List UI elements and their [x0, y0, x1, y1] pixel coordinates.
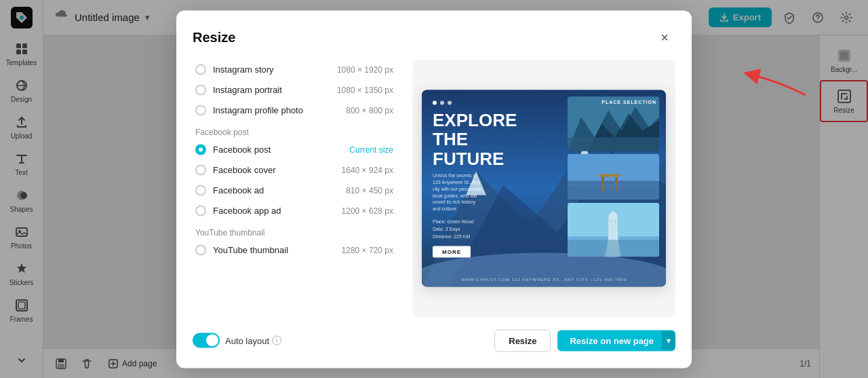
option-size: 1640 × 924 px	[342, 165, 393, 174]
modal-body: Instagram story 1080 × 1920 px Instagram…	[193, 59, 675, 317]
modal-footer: Auto layout i Resize Resize on new page …	[193, 329, 675, 352]
resize-option-facebook-ad[interactable]: Facebook ad 810 × 450 px	[193, 180, 396, 200]
option-name: Facebook ad	[213, 185, 339, 195]
resize-option-facebook-cover[interactable]: Facebook cover 1640 × 924 px	[193, 159, 396, 180]
preview-card: EXPLORE THE FUTURE Unlock the secrets of…	[422, 90, 666, 286]
radio-instagram-profile[interactable]	[195, 105, 206, 115]
resize-option-instagram-story[interactable]: Instagram story 1080 × 1920 px	[193, 59, 396, 79]
option-name: Instagram portrait	[213, 85, 330, 95]
auto-layout-toggle[interactable]	[193, 333, 220, 348]
resize-option-facebook-post[interactable]: Facebook post Current size	[193, 139, 396, 159]
resize-button[interactable]: Resize	[494, 329, 551, 352]
toggle-thumb	[206, 335, 218, 347]
dot-3	[448, 100, 452, 105]
resize-option-youtube-thumbnail[interactable]: YouTube thumbnail 1280 × 720 px	[193, 240, 396, 260]
resize-on-new-page-button[interactable]: Resize on new page ▾	[557, 330, 675, 351]
option-current: Current size	[349, 145, 393, 154]
option-name: Facebook app ad	[213, 206, 335, 216]
modal-close-button[interactable]: ×	[654, 26, 675, 48]
group-label-facebook: Facebook post	[193, 120, 396, 139]
resize-option-facebook-app-ad[interactable]: Facebook app ad 1200 × 628 px	[193, 200, 396, 221]
radio-instagram-portrait[interactable]	[195, 84, 206, 95]
option-size: 1200 × 628 px	[342, 206, 393, 215]
preview-place-label: PLACE SELECTION	[601, 99, 656, 104]
resize-new-page-chevron[interactable]: ▾	[662, 331, 675, 350]
radio-facebook-ad[interactable]	[195, 185, 206, 195]
auto-layout-label: Auto layout i	[225, 335, 281, 345]
footer-buttons: Resize Resize on new page ▾	[494, 329, 675, 352]
radio-facebook-cover[interactable]	[195, 164, 206, 175]
preview-overlay: EXPLORE THE FUTURE Unlock the secrets of…	[422, 90, 666, 286]
preview-distance: Distance: 225 KM	[433, 233, 484, 240]
radio-facebook-app-ad[interactable]	[195, 205, 206, 216]
dot-2	[440, 100, 444, 105]
option-size: 1280 × 720 px	[342, 245, 393, 254]
auto-layout-control: Auto layout i	[193, 333, 281, 348]
info-icon[interactable]: i	[272, 336, 281, 345]
resize-options-list: Instagram story 1080 × 1920 px Instagram…	[193, 59, 396, 317]
option-size: 1080 × 1350 px	[337, 85, 393, 94]
preview-footer: WWW.CAPCUT.COM 123 ANYWHERE ST., ANY CIT…	[422, 277, 666, 281]
preview-title-line1: EXPLORE	[433, 110, 486, 130]
option-name: YouTube thumbnail	[213, 245, 335, 255]
preview-info: Place: Green Wood Date: 3 Days Distance:…	[433, 218, 484, 241]
resize-option-instagram-portrait[interactable]: Instagram portrait 1080 × 1350 px	[193, 79, 396, 100]
preview-image: EXPLORE THE FUTURE Unlock the secrets of…	[422, 90, 666, 286]
radio-facebook-post[interactable]	[195, 144, 206, 155]
resize-option-instagram-profile[interactable]: Instagram profile photo 800 × 800 px	[193, 100, 396, 120]
preview-title-line2: THE FUTURE	[433, 130, 486, 168]
resize-modal: Resize × Instagram story 1080 × 1920 px …	[176, 10, 692, 368]
modal-header: Resize ×	[193, 26, 675, 48]
option-name: Instagram story	[213, 64, 330, 75]
radio-youtube-thumbnail[interactable]	[195, 244, 206, 255]
preview-area: EXPLORE THE FUTURE Unlock the secrets of…	[412, 59, 675, 317]
radio-instagram-story[interactable]	[195, 64, 206, 75]
option-name: Facebook cover	[213, 165, 335, 175]
group-label-youtube: YouTube thumbnail	[193, 221, 396, 240]
modal-title: Resize	[193, 30, 235, 45]
option-size: 1080 × 1920 px	[337, 64, 393, 74]
option-size: 800 × 800 px	[346, 105, 393, 115]
dot-1	[433, 100, 437, 105]
option-size: 810 × 450 px	[346, 185, 393, 195]
preview-description: Unlock the secrets of 123 Anywhere St., …	[433, 172, 484, 212]
preview-place: Place: Green Wood	[433, 218, 484, 225]
preview-more-button[interactable]: MORE	[433, 246, 471, 257]
option-name: Facebook post	[213, 145, 342, 155]
option-name: Instagram profile photo	[213, 105, 339, 115]
preview-date: Date: 3 Days	[433, 225, 484, 233]
